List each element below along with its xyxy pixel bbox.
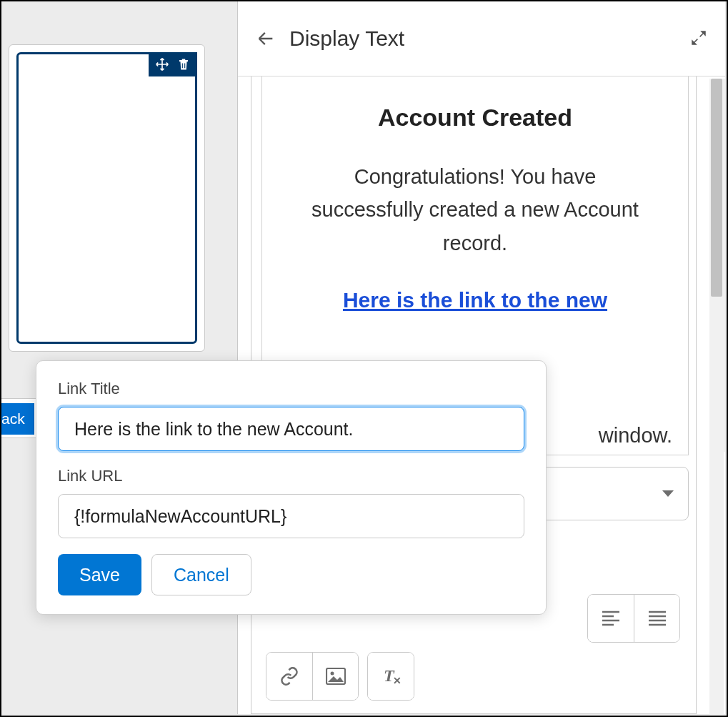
svg-rect-0 — [182, 64, 183, 69]
selected-component[interactable] — [16, 52, 197, 344]
expand-icon[interactable] — [689, 29, 709, 49]
preview-fragment: window. — [599, 424, 672, 447]
panel-scrollbar[interactable] — [709, 79, 724, 715]
left-bottom-bar: ack — [1, 398, 40, 438]
back-button[interactable]: ack — [1, 403, 34, 435]
link-url-label: Link URL — [58, 467, 524, 485]
move-icon[interactable] — [154, 56, 170, 72]
link-url-input[interactable] — [58, 494, 524, 538]
cancel-button[interactable]: Cancel — [151, 554, 251, 595]
preview-heading: Account Created — [298, 104, 652, 132]
align-left-button[interactable] — [588, 595, 634, 642]
link-popover: Link Title Link URL Save Cancel — [36, 360, 547, 615]
preview-link[interactable]: Here is the link to the new — [343, 288, 607, 312]
align-justify-button[interactable] — [634, 595, 679, 642]
clear-format-button[interactable]: T ✕ — [368, 653, 414, 700]
save-button[interactable]: Save — [58, 554, 141, 595]
panel-header: Display Text — [238, 1, 725, 76]
component-toolbar — [149, 52, 197, 76]
svg-rect-1 — [184, 64, 185, 69]
preview-body: Congratulations! You have successfully c… — [298, 160, 652, 259]
svg-text:✕: ✕ — [393, 675, 401, 686]
insert-toolbar: T ✕ — [261, 652, 689, 701]
insert-link-button[interactable] — [266, 653, 312, 700]
chevron-down-icon — [661, 489, 675, 499]
link-title-input[interactable] — [58, 407, 524, 451]
svg-point-3 — [330, 672, 334, 676]
link-title-label: Link Title — [58, 380, 524, 398]
insert-image-button[interactable] — [312, 653, 358, 700]
panel-title: Display Text — [289, 26, 404, 51]
delete-icon[interactable] — [176, 56, 191, 72]
panel-scroll-thumb[interactable] — [711, 79, 722, 297]
canvas-panel — [9, 44, 205, 352]
back-arrow-icon[interactable] — [255, 28, 276, 49]
